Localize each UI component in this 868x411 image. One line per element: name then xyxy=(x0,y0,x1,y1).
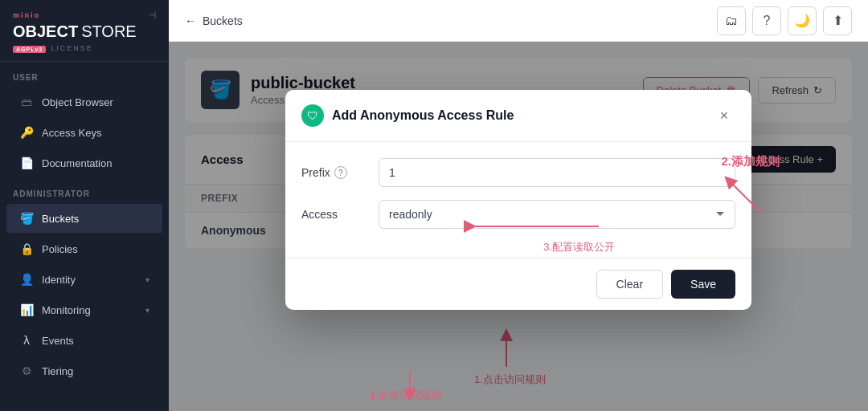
access-field-row: Access readonly writeonly readwrite xyxy=(301,200,735,229)
tiering-icon: ⚙ xyxy=(19,364,34,378)
sidebar-item-tiering[interactable]: ⚙ Tiering xyxy=(6,356,162,385)
modal-dialog: 🛡 Add Anonymous Access Rule × Prefix ? xyxy=(285,90,751,310)
documentation-icon: 📄 xyxy=(19,156,34,170)
sidebar-item-label: Policies xyxy=(42,243,78,255)
help-icon-button[interactable]: ? xyxy=(752,6,781,35)
prefix-label: Prefix ? xyxy=(301,166,366,179)
access-label: Access xyxy=(301,208,366,221)
prefix-help-icon[interactable]: ? xyxy=(334,166,347,179)
prefix-field-row: Prefix ? xyxy=(301,158,735,187)
modal-title: Add Anonymous Access Rule xyxy=(332,108,705,123)
files-icon-button[interactable]: 🗂 xyxy=(717,6,746,35)
modal-body: Prefix ? Access readonly writeonly readw… xyxy=(285,142,751,258)
logo-license: LICENSE xyxy=(51,44,93,52)
monitoring-icon: 📊 xyxy=(19,303,34,317)
sidebar-item-object-browser[interactable]: 🗃 Object Browser xyxy=(6,87,162,116)
prefix-input[interactable] xyxy=(379,158,735,187)
identity-icon: 👤 xyxy=(19,272,34,287)
upload-icon-button[interactable]: ⬆ xyxy=(823,6,852,35)
sidebar-item-monitoring[interactable]: 📊 Monitoring ▾ xyxy=(6,295,162,324)
content-area: 🪣 public-bucket Access: Private Delete B… xyxy=(169,42,868,411)
logo-store-text: STORE xyxy=(81,22,137,41)
top-header: ← Buckets 🗂 ? 🌙 ⬆ xyxy=(169,0,868,42)
sidebar-item-label: Documentation xyxy=(42,157,112,169)
theme-icon-button[interactable]: 🌙 xyxy=(788,6,817,35)
breadcrumb: ← Buckets xyxy=(185,14,243,27)
sidebar-item-label: Object Browser xyxy=(42,96,113,108)
sidebar-item-access-keys[interactable]: 🔑 Access Keys xyxy=(6,118,162,147)
chevron-down-icon: ▾ xyxy=(145,275,149,284)
sidebar-item-buckets[interactable]: 🪣 Buckets xyxy=(6,204,162,233)
sidebar-item-label: Events xyxy=(42,335,74,347)
modal-overlay: 🛡 Add Anonymous Access Rule × Prefix ? xyxy=(169,42,868,411)
save-button[interactable]: Save xyxy=(671,270,735,299)
sidebar-item-label: Access Keys xyxy=(42,127,101,139)
modal-close-button[interactable]: × xyxy=(713,104,735,127)
logo-minio-text: minio xyxy=(13,11,40,19)
modal-footer: Clear Save xyxy=(285,258,751,310)
logo-badge: AGPLv3 xyxy=(13,46,46,53)
sidebar: minio ⊣ OBJECT STORE AGPLv3 LICENSE User… xyxy=(0,0,169,411)
breadcrumb-arrow: ← xyxy=(185,14,196,27)
sidebar-item-policies[interactable]: 🔒 Policies xyxy=(6,234,162,263)
sidebar-item-label: Tiering xyxy=(42,365,73,377)
access-keys-icon: 🔑 xyxy=(19,125,34,140)
buckets-icon: 🪣 xyxy=(19,211,34,226)
sidebar-item-identity[interactable]: 👤 Identity ▾ xyxy=(6,265,162,294)
modal-header: 🛡 Add Anonymous Access Rule × xyxy=(285,90,751,142)
sidebar-item-documentation[interactable]: 📄 Documentation xyxy=(6,149,162,177)
user-section-label: User xyxy=(0,62,169,87)
breadcrumb-link[interactable]: Buckets xyxy=(203,14,243,27)
sidebar-logo: minio ⊣ OBJECT STORE AGPLv3 LICENSE xyxy=(0,0,169,62)
chevron-down-icon: ▾ xyxy=(145,306,149,315)
shield-icon: 🛡 xyxy=(301,104,324,127)
policies-icon: 🔒 xyxy=(19,242,34,256)
sidebar-item-label: Identity xyxy=(42,274,76,286)
events-icon: λ xyxy=(19,333,34,348)
clear-button[interactable]: Clear xyxy=(596,270,663,299)
access-select[interactable]: readonly writeonly readwrite xyxy=(379,200,735,229)
sidebar-item-label: Monitoring xyxy=(42,304,91,316)
object-browser-icon: 🗃 xyxy=(19,95,34,109)
logo-object-text: OBJECT xyxy=(13,22,78,41)
collapse-button[interactable]: ⊣ xyxy=(148,10,156,21)
main-content: ← Buckets 🗂 ? 🌙 ⬆ 🪣 public-bucket Access… xyxy=(169,0,868,411)
sidebar-item-label: Buckets xyxy=(42,213,79,225)
top-actions: 🗂 ? 🌙 ⬆ xyxy=(717,6,852,35)
admin-section-label: Administrator xyxy=(0,178,169,203)
sidebar-item-events[interactable]: λ Events xyxy=(6,326,162,355)
